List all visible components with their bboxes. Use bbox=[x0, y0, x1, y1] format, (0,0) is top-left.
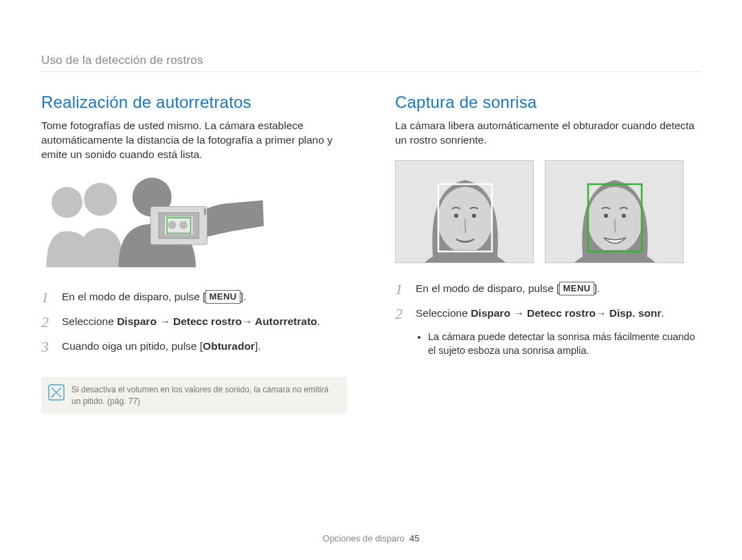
step-text: ]. bbox=[240, 291, 247, 302]
section-self-portrait: Realización de autorretratos Tome fotogr… bbox=[41, 93, 347, 414]
step-1: 1 En el modo de disparo, pulse [MENU]. bbox=[41, 287, 347, 311]
step-text: En el modo de disparo, pulse [ bbox=[62, 291, 205, 302]
step-2: 2 Seleccione Disparo → Detecc rostro→ Au… bbox=[41, 311, 347, 336]
svg-point-6 bbox=[168, 221, 177, 229]
menu-icon: MENU bbox=[205, 290, 240, 304]
svg-point-13 bbox=[454, 214, 458, 218]
smile-illustration-row bbox=[395, 160, 701, 263]
svg-point-18 bbox=[604, 214, 608, 218]
step-text: Seleccione bbox=[62, 315, 117, 327]
step-text: . bbox=[661, 307, 664, 319]
page-number: 45 bbox=[409, 533, 419, 544]
svg-rect-9 bbox=[204, 208, 206, 214]
steps-list: 1 En el modo de disparo, pulse [MENU]. 2… bbox=[41, 287, 347, 361]
step-number: 1 bbox=[395, 281, 407, 298]
step-bold: Obturador bbox=[203, 340, 255, 352]
step-text: . bbox=[317, 315, 320, 327]
section-intro: Tome fotografías de usted mismo. La cáma… bbox=[41, 119, 347, 162]
section-title-smile-shot: Captura de sonrisa bbox=[395, 93, 701, 112]
svg-point-19 bbox=[622, 214, 626, 218]
selfie-illustration bbox=[41, 175, 347, 270]
step-bold: Disparo → Detecc rostro→ Autorretrato bbox=[117, 315, 317, 327]
step-2: 2 Seleccione Disparo → Detecc rostro→ Di… bbox=[395, 303, 701, 328]
menu-icon: MENU bbox=[559, 282, 594, 295]
section-smile-shot: Captura de sonrisa La cámara libera auto… bbox=[395, 93, 701, 414]
note-text: Si desactiva el volumen en los valores d… bbox=[71, 384, 337, 406]
step-text: En el modo de disparo, pulse [ bbox=[416, 282, 559, 294]
step-number: 3 bbox=[41, 339, 54, 355]
step-bold: Disparo → Detecc rostro→ Disp. sonr bbox=[471, 307, 661, 319]
step-number: 1 bbox=[41, 289, 54, 306]
step-text: Seleccione bbox=[416, 307, 471, 319]
step-text: Cuando oiga un pitido, pulse [ bbox=[62, 340, 203, 352]
note-box: Si desactiva el volumen en los valores d… bbox=[41, 377, 347, 413]
steps-list: 1 En el modo de disparo, pulse [MENU]. 2… bbox=[395, 278, 701, 328]
page-footer: Opciones de disparo 45 bbox=[0, 533, 742, 544]
face-illustration-locked bbox=[545, 160, 684, 263]
svg-point-14 bbox=[472, 214, 476, 218]
content-columns: Realización de autorretratos Tome fotogr… bbox=[41, 93, 701, 414]
step-1: 1 En el modo de disparo, pulse [MENU]. bbox=[395, 278, 701, 303]
step-text: ]. bbox=[255, 340, 261, 352]
svg-point-0 bbox=[52, 187, 82, 218]
step-number: 2 bbox=[41, 314, 54, 331]
step-3: 3 Cuando oiga un pitido, pulse [Obturado… bbox=[41, 336, 347, 361]
step-sub-bullets: La cámara puede detectar la sonrisa más … bbox=[428, 331, 701, 357]
section-intro: La cámara libera automáticamente el obtu… bbox=[395, 119, 701, 148]
step-number: 2 bbox=[395, 306, 407, 322]
section-title-self-portrait: Realización de autorretratos bbox=[41, 93, 347, 112]
svg-point-7 bbox=[179, 221, 188, 229]
step-text: ]. bbox=[594, 282, 600, 294]
breadcrumb: Uso de la detección de rostros bbox=[41, 54, 701, 67]
note-icon bbox=[48, 384, 65, 401]
divider bbox=[41, 71, 701, 72]
bullet-item: La cámara puede detectar la sonrisa más … bbox=[428, 331, 701, 357]
footer-section: Opciones de disparo bbox=[323, 533, 405, 544]
svg-point-1 bbox=[84, 183, 117, 216]
face-illustration-neutral bbox=[395, 160, 534, 263]
